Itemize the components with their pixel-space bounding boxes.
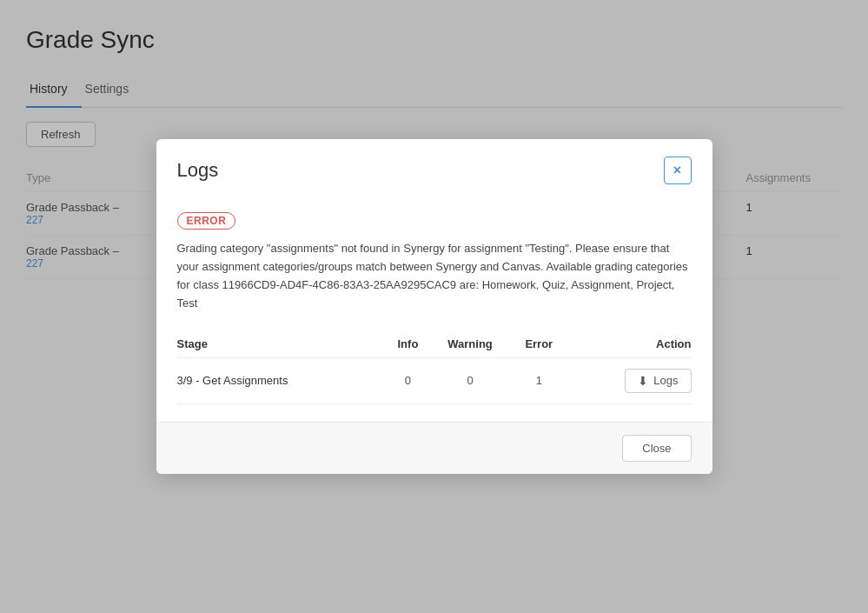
stage-cell-stage: 3/9 - Get Assignments (177, 357, 388, 403)
modal-title: Logs (177, 159, 219, 182)
stage-cell-action: ⬇ Logs (566, 357, 692, 403)
stage-header-action: Action (566, 330, 692, 358)
stage-header-error: Error (513, 330, 565, 358)
modal-footer-close-button[interactable]: Close (622, 435, 691, 462)
stage-cell-error: 1 (513, 357, 565, 403)
stage-header-info: Info (388, 330, 427, 358)
page-container: Grade Sync History Settings Refresh Type… (0, 0, 868, 613)
modal-footer: Close (156, 422, 712, 474)
logs-button-label: Logs (653, 374, 678, 387)
modal-close-button[interactable]: × (664, 157, 692, 184)
logs-modal: Logs × ERROR Grading category "assignmen… (156, 139, 712, 473)
stage-table: Stage Info Warning Error Action 3/9 - Ge… (177, 330, 692, 404)
stage-header-stage: Stage (177, 330, 388, 358)
stage-header-warning: Warning (427, 330, 513, 358)
stage-cell-info: 0 (388, 357, 427, 403)
error-badge: ERROR (177, 212, 236, 230)
logs-download-button[interactable]: ⬇ Logs (625, 369, 691, 393)
stage-cell-warning: 0 (427, 357, 513, 403)
stage-table-row: 3/9 - Get Assignments 0 0 1 ⬇ Logs (177, 357, 692, 403)
modal-overlay: Logs × ERROR Grading category "assignmen… (0, 0, 868, 613)
modal-body: ERROR Grading category "assignments" not… (156, 198, 712, 421)
download-icon: ⬇ (638, 374, 648, 388)
modal-header: Logs × (156, 139, 712, 198)
error-message: Grading category "assignments" not found… (177, 240, 692, 312)
